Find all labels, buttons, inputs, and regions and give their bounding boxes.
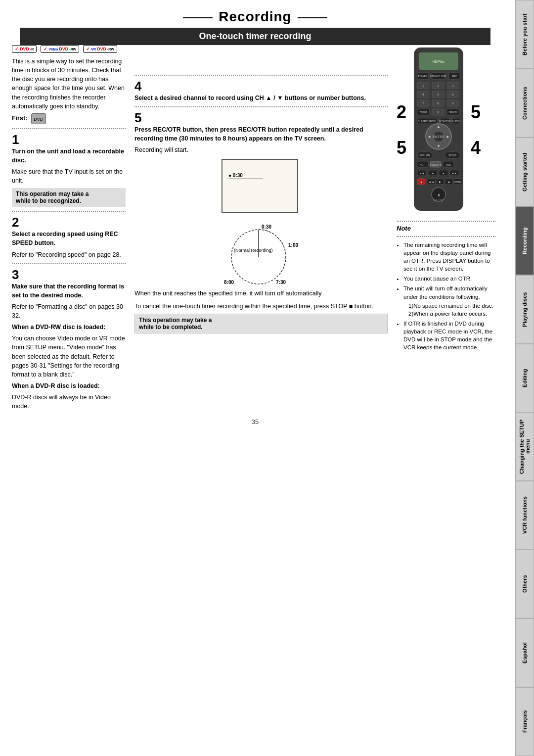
note-item-3: The unit will turn off automatically und… xyxy=(403,284,495,317)
svg-text:ENTER: ENTER xyxy=(433,135,445,139)
svg-text:▼: ▼ xyxy=(437,144,441,148)
svg-text:⏸: ⏸ xyxy=(437,193,441,197)
sidebar-tab-changing-setup[interactable]: Changing the SETUP menu xyxy=(515,412,534,481)
sidebar-tab-connections[interactable]: Connections xyxy=(515,69,534,138)
remote-step-5b: 5 xyxy=(471,102,481,123)
step-1-heading: Turn on the unit and load a recordable d… xyxy=(12,147,126,165)
note-item-2: You cannot pause an OTR. xyxy=(403,275,495,283)
svg-text:7:30: 7:30 xyxy=(276,280,286,285)
step-3-heading: Make sure that the recording format is s… xyxy=(12,282,126,300)
svg-text:8:00: 8:00 xyxy=(224,280,234,285)
section-subtitle: One-touch timer recording xyxy=(20,28,490,45)
step-3-sub-heading1: When a DVD-RW disc is loaded: xyxy=(12,323,126,331)
step-2-heading: Select a recording speed using REC SPEED… xyxy=(12,230,126,247)
step-5-body: Recording will start. xyxy=(134,145,388,154)
dial-diagram: 0:30 1:00 8:00 7:30 (Normal Recording) xyxy=(219,220,303,289)
svg-text:RETURN: RETURN xyxy=(420,154,430,157)
sidebar-tab-before-you-start[interactable]: Before you start xyxy=(515,0,534,69)
svg-text:(Normal Recording): (Normal Recording) xyxy=(234,248,273,253)
svg-text:ZOOM: ZOOM xyxy=(420,111,427,114)
right-column: 2 5 HD/Rec POWER OPEN/CL xyxy=(397,45,495,413)
svg-text:►►: ►► xyxy=(452,172,457,175)
remote-control: HD/Rec POWER OPEN/CLOSE ARC 1 2 xyxy=(411,45,466,215)
tv-screen-diagram: ● 0:30 xyxy=(222,159,301,216)
svg-text:POWER: POWER xyxy=(418,75,428,78)
svg-text:■: ■ xyxy=(448,181,450,184)
svg-text:CLEAR/CANCEL: CLEAR/CANCEL xyxy=(418,120,437,123)
svg-text:DVD: DVD xyxy=(446,163,451,166)
svg-text:1:00: 1:00 xyxy=(288,242,298,248)
sidebar-tab-vcr-functions[interactable]: VCR functions xyxy=(515,481,534,550)
svg-text:SETUP: SETUP xyxy=(448,154,457,157)
note-title: Note xyxy=(397,225,495,232)
remote-with-steps: 2 5 HD/Rec POWER OPEN/CL xyxy=(397,45,495,215)
page-title: Recording xyxy=(0,0,510,28)
remote-step-2: 2 xyxy=(397,102,406,123)
svg-text:AUDIO: AUDIO xyxy=(452,120,460,123)
svg-text:ARC: ARC xyxy=(452,75,457,78)
step-5-number: 5 xyxy=(134,111,388,124)
sidebar-tab-espanol[interactable]: Español xyxy=(515,618,534,687)
dvd-rw-video-icon: ✓ Video DVD-RW xyxy=(41,45,79,53)
left-column: ✓ DVD-R ✓ Video DVD-RW ✓ VR DVD-RW This … xyxy=(12,45,126,413)
step-3-sub-body1: You can choose Video mode or VR mode fro… xyxy=(12,334,126,379)
sidebar-tab-recording[interactable]: Recording xyxy=(515,206,534,275)
sidebar-tab-editing[interactable]: Editing xyxy=(515,344,534,413)
dvd-rw-vr-icon: ✓ VR DVD-RW xyxy=(83,45,117,53)
sidebar-tab-francais[interactable]: Français xyxy=(515,687,534,756)
remote-step-5a: 5 xyxy=(397,138,406,158)
step-3-body: Refer to "Formatting a disc" on pages 30… xyxy=(12,302,126,320)
intro-text: This is a simple way to set the recordin… xyxy=(12,57,126,111)
cancel-text: To cancel the one-touch timer recording … xyxy=(134,302,388,311)
sidebar-tab-getting-started[interactable]: Getting started xyxy=(515,138,534,206)
middle-column: 4 Select a desired channel to record usi… xyxy=(134,45,388,413)
remote-step-4: 4 xyxy=(471,138,481,158)
svg-text:FWD: FWD xyxy=(454,181,461,184)
svg-text:►: ► xyxy=(446,135,450,139)
svg-text:►: ► xyxy=(439,180,442,184)
note-box: Note The remaining recording time will a… xyxy=(397,221,495,351)
svg-text:▲: ▲ xyxy=(437,124,441,129)
svg-text:◄: ◄ xyxy=(432,172,434,175)
svg-text:◄: ◄ xyxy=(427,135,431,139)
note-item-1: The remaining recording time will appear… xyxy=(403,241,495,273)
page-number: 35 xyxy=(0,413,510,428)
disc-icons-row: ✓ DVD-R ✓ Video DVD-RW ✓ VR DVD-RW xyxy=(12,45,126,53)
step-2-body: Refer to "Recording speed" on page 28. xyxy=(12,250,126,259)
svg-text:MONITOR: MONITOR xyxy=(439,120,451,123)
note-item-4: If OTR is finished in DVD during playbac… xyxy=(403,320,495,351)
right-sidebar: Before you start Connections Getting sta… xyxy=(515,0,534,756)
dvd-r-icon: ✓ DVD-R xyxy=(12,45,37,53)
first-label: First: DVD xyxy=(12,113,126,124)
step-3-sub-heading2: When a DVD-R disc is loaded: xyxy=(12,381,126,390)
step-1-body: Make sure that the TV input is set on th… xyxy=(12,167,126,185)
note-sub-item-1: 1)No space remained on the disc. xyxy=(408,302,495,310)
step-3-number: 3 xyxy=(12,268,126,281)
svg-text:OPEN/CLOSE: OPEN/CLOSE xyxy=(430,75,446,78)
step-1-note-box: This operation may take awhile to be rec… xyxy=(12,188,126,207)
step-numbers-overlay: 2 5 xyxy=(397,102,406,158)
svg-text:◄◄: ◄◄ xyxy=(419,172,424,175)
svg-text:PAUSE: PAUSE xyxy=(434,199,444,202)
note-sub-item-2: 2)When a power failure occurs. xyxy=(408,310,495,318)
step-5-warning-box: This operation may take awhile to be com… xyxy=(134,314,388,333)
sidebar-tab-playing-discs[interactable]: Playing discs xyxy=(515,275,534,344)
step-4-number: 4 xyxy=(134,80,388,93)
svg-text:◄◄: ◄◄ xyxy=(428,181,434,184)
step-3-sub-body2: DVD-R discs will always be in Video mode… xyxy=(12,393,126,411)
sidebar-tab-others[interactable]: Others xyxy=(515,550,534,618)
svg-text:VCR: VCR xyxy=(420,163,426,166)
step-numbers-overlay-right: 5 4 xyxy=(471,102,481,158)
svg-text:SPACE: SPACE xyxy=(449,111,457,114)
step-2-number: 2 xyxy=(12,216,126,229)
svg-text:●: ● xyxy=(420,181,422,184)
svg-text:0:30: 0:30 xyxy=(262,224,271,230)
note-list: The remaining recording time will appear… xyxy=(397,241,495,351)
reaches-text: When the unit reaches the specified time… xyxy=(134,289,388,298)
step-1-number: 1 xyxy=(12,133,126,146)
svg-text:►: ► xyxy=(443,172,445,175)
step-4-heading: Select a desired channel to record using… xyxy=(134,94,388,102)
step-5-heading: Press REC/OTR button, then press REC/OTR… xyxy=(134,125,388,143)
svg-text:HD/Rec: HD/Rec xyxy=(433,60,445,63)
svg-text:VIDEO/TV: VIDEO/TV xyxy=(430,163,442,166)
